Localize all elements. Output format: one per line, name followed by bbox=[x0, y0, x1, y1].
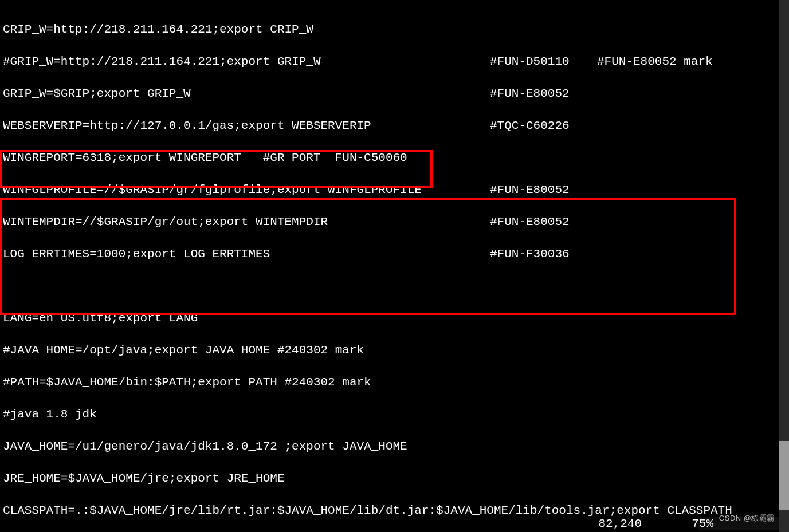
tag-comment: #FUN-E80052 bbox=[490, 86, 570, 102]
code-line: LOG_ERRTIMES=1000;export LOG_ERRTIMES#FU… bbox=[3, 246, 739, 262]
env-assignment: CRIP_W=http://218.211.164.221;export CRI… bbox=[3, 23, 313, 36]
env-comment: #GRIP_W=http://218.211.164.221;export GR… bbox=[3, 55, 321, 68]
code-line: #PATH=$JAVA_HOME/bin:$PATH;export PATH #… bbox=[3, 375, 739, 391]
tag-comment: #FUN-D50110 bbox=[490, 54, 570, 70]
code-line: #java 1.8 jdk bbox=[3, 407, 739, 423]
tag-comment: #TQC-C60226 bbox=[490, 118, 570, 134]
tag-comment: #FUN-E80052 bbox=[490, 214, 570, 230]
scrollbar-track[interactable] bbox=[779, 0, 789, 532]
env-assignment: WEBSERVERIP=http://127.0.0.1/gas;export … bbox=[3, 119, 371, 132]
env-assignment: JAVA_HOME=/u1/genero/java/jdk1.8.0_172 ;… bbox=[3, 440, 407, 453]
env-comment: #java 1.8 jdk bbox=[3, 408, 97, 421]
env-assignment: LOG_ERRTIMES=1000;export LOG_ERRTIMES bbox=[3, 247, 270, 261]
code-line: JAVA_HOME=/u1/genero/java/jdk1.8.0_172 ;… bbox=[3, 439, 739, 455]
env-assignment: WINTEMPDIR=//$GRASIP/gr/out;export WINTE… bbox=[3, 215, 328, 228]
code-line: LANG=en_US.utf8;export LANG bbox=[3, 310, 739, 326]
code-line: #GRIP_W=http://218.211.164.221;export GR… bbox=[3, 54, 739, 70]
env-assignment: LANG=en_US.utf8;export LANG bbox=[3, 312, 198, 325]
env-comment: #JAVA_HOME=/opt/java;export JAVA_HOME #2… bbox=[3, 344, 364, 357]
code-line: CRIP_W=http://218.211.164.221;export CRI… bbox=[3, 22, 739, 38]
env-assignment: WINGREPORT=6318;export WINGREPORT #GR PO… bbox=[3, 151, 407, 164]
tag-comment: #FUN-E80052 bbox=[490, 182, 570, 198]
code-line: JRE_HOME=$JAVA_HOME/jre;export JRE_HOME bbox=[3, 471, 739, 487]
terminal-viewport[interactable]: CRIP_W=http://218.211.164.221;export CRI… bbox=[0, 0, 739, 532]
cursor-position: 82,240 bbox=[598, 516, 642, 532]
code-line: WINGREPORT=6318;export WINGREPORT #GR PO… bbox=[3, 150, 739, 166]
csdn-watermark: CSDN @栋霸霸 bbox=[719, 510, 775, 526]
env-assignment: GRIP_W=$GRIP;export GRIP_W bbox=[3, 87, 191, 100]
code-line bbox=[3, 278, 739, 294]
tag-comment: #FUN-F30036 bbox=[490, 246, 570, 262]
env-comment: #PATH=$JAVA_HOME/bin:$PATH;export PATH #… bbox=[3, 376, 371, 389]
env-assignment: JRE_HOME=$JAVA_HOME/jre;export JRE_HOME bbox=[3, 472, 284, 485]
tag-comment: #FUN-E80052 mark bbox=[597, 54, 713, 70]
env-assignment: CLASSPATH=.:$JAVA_HOME/jre/lib/rt.jar:$J… bbox=[3, 504, 732, 517]
env-assignment: WINFGLPROFILE=//$GRASIP/gr/fglprofile;ex… bbox=[3, 183, 422, 196]
code-line: WINTEMPDIR=//$GRASIP/gr/out;export WINTE… bbox=[3, 214, 739, 230]
editor-status-bar: 82,240 75% bbox=[0, 516, 739, 532]
code-line: WINFGLPROFILE=//$GRASIP/gr/fglprofile;ex… bbox=[3, 182, 739, 198]
code-line: WEBSERVERIP=http://127.0.0.1/gas;export … bbox=[3, 118, 739, 134]
code-line: GRIP_W=$GRIP;export GRIP_W#FUN-E80052 bbox=[3, 86, 739, 102]
scrollbar-thumb[interactable] bbox=[779, 441, 789, 510]
code-line: #JAVA_HOME=/opt/java;export JAVA_HOME #2… bbox=[3, 342, 739, 358]
